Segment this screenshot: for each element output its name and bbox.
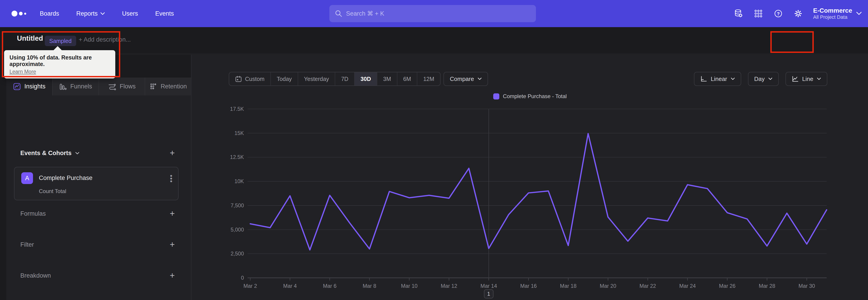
settings-gear-icon[interactable] xyxy=(788,0,808,27)
data-management-icon[interactable] xyxy=(728,0,748,27)
svg-text:0: 0 xyxy=(241,275,244,281)
svg-text:12.5K: 12.5K xyxy=(230,154,244,160)
svg-text:Mar 26: Mar 26 xyxy=(719,283,736,289)
filter-section-label: Filter xyxy=(20,241,34,248)
svg-text:Mar 18: Mar 18 xyxy=(560,283,577,289)
add-formula-button[interactable]: + xyxy=(167,208,177,218)
svg-text:?: ? xyxy=(777,11,780,16)
svg-text:Mar 8: Mar 8 xyxy=(363,283,376,289)
tab-flows[interactable]: Flows xyxy=(99,78,145,95)
event-letter-chip: A xyxy=(21,172,33,184)
chevron-down-icon xyxy=(856,12,862,15)
search-input[interactable]: Search ⌘ + K xyxy=(329,5,536,22)
formulas-section-label: Formulas xyxy=(20,210,46,217)
event-title: Complete Purchase xyxy=(39,175,92,182)
sampled-badge[interactable]: Sampled xyxy=(45,36,76,46)
pagination-page-button[interactable]: 1 xyxy=(484,289,493,298)
nav-item-label: Reports xyxy=(76,10,98,17)
svg-text:Mar 30: Mar 30 xyxy=(798,283,815,289)
tab-funnels[interactable]: Funnels xyxy=(53,78,99,95)
nav-item-users[interactable]: Users xyxy=(114,10,147,17)
svg-text:Mar 28: Mar 28 xyxy=(759,283,775,289)
flows-icon xyxy=(108,83,116,90)
insights-icon xyxy=(13,83,21,90)
sampling-tooltip: Using 10% of data. Results are approxima… xyxy=(4,50,115,79)
search-placeholder: Search ⌘ + K xyxy=(346,10,384,17)
add-description-placeholder[interactable]: + Add description... xyxy=(79,36,131,43)
svg-text:Mar 14: Mar 14 xyxy=(480,283,497,289)
nav-item-reports[interactable]: Reports xyxy=(68,10,114,17)
add-breakdown-button[interactable]: + xyxy=(167,270,177,280)
tab-label: Insights xyxy=(24,83,45,90)
chevron-down-icon xyxy=(75,152,79,155)
svg-text:10K: 10K xyxy=(235,178,244,184)
section-title: Events & Cohorts xyxy=(20,150,72,157)
nav-item-label: Events xyxy=(155,10,174,17)
svg-text:Mar 12: Mar 12 xyxy=(441,283,457,289)
svg-text:Mar 4: Mar 4 xyxy=(283,283,297,289)
chevron-down-icon xyxy=(100,12,105,15)
report-type-tabs: Insights Funnels Flows Retention xyxy=(6,78,191,95)
project-selector[interactable]: E-Commerce All Project Data xyxy=(813,7,862,20)
apps-grid-icon[interactable] xyxy=(748,0,768,27)
nav-item-label: Boards xyxy=(40,10,59,17)
line-chart-plot[interactable]: 02,5005,0007,50010K12.5K15K17.5KMar 2Mar… xyxy=(191,55,868,300)
top-nav-bar: Boards Reports Users Events Search ⌘ + K xyxy=(0,0,868,27)
tab-insights[interactable]: Insights xyxy=(6,78,53,95)
tab-retention[interactable]: Retention xyxy=(145,78,191,95)
mixpanel-logo-icon[interactable] xyxy=(6,11,31,17)
help-icon[interactable]: ? xyxy=(768,0,788,27)
svg-text:2,500: 2,500 xyxy=(230,251,244,257)
nav-item-events[interactable]: Events xyxy=(147,10,183,17)
query-builder-body: Events & Cohorts + A Complete Purchase C… xyxy=(6,95,191,300)
query-builder-panel: Insights Funnels Flows Retention xyxy=(0,55,191,300)
add-event-button[interactable]: + xyxy=(167,148,177,158)
project-name: E-Commerce xyxy=(813,7,852,14)
tooltip-text: Using 10% of data. Results are approxima… xyxy=(9,54,110,67)
search-icon xyxy=(335,10,342,18)
tab-label: Funnels xyxy=(70,83,92,90)
svg-text:5,000: 5,000 xyxy=(230,227,244,233)
event-metric[interactable]: Count Total xyxy=(39,188,66,194)
svg-text:Mar 24: Mar 24 xyxy=(679,283,696,289)
events-cohorts-header[interactable]: Events & Cohorts xyxy=(20,150,79,157)
svg-text:Mar 2: Mar 2 xyxy=(243,283,257,289)
chart-area: Custom Today Yesterday 7D 30D 3M 6M 12M … xyxy=(191,55,868,300)
nav-item-boards[interactable]: Boards xyxy=(31,10,68,17)
nav-item-label: Users xyxy=(122,10,138,17)
svg-text:17.5K: 17.5K xyxy=(230,106,244,112)
project-scope: All Project Data xyxy=(813,14,847,20)
tab-label: Retention xyxy=(161,83,187,90)
svg-text:Mar 22: Mar 22 xyxy=(640,283,656,289)
report-header: Untitled Sampled + Add description... ••… xyxy=(0,27,868,54)
svg-text:Mar 10: Mar 10 xyxy=(401,283,417,289)
svg-text:15K: 15K xyxy=(235,130,244,136)
report-title[interactable]: Untitled xyxy=(17,34,43,42)
tab-label: Flows xyxy=(120,83,136,90)
funnels-icon xyxy=(59,83,67,90)
add-filter-button[interactable]: + xyxy=(167,239,177,249)
event-card-complete-purchase[interactable]: A Complete Purchase Count Total ••• xyxy=(14,167,179,200)
svg-text:Mar 20: Mar 20 xyxy=(600,283,616,289)
svg-text:Mar 16: Mar 16 xyxy=(520,283,537,289)
svg-text:Mar 6: Mar 6 xyxy=(323,283,337,289)
retention-icon xyxy=(149,83,157,90)
event-options-kebab-icon[interactable]: ••• xyxy=(170,174,173,182)
breakdown-section-label: Breakdown xyxy=(20,272,51,279)
tooltip-learn-more-link[interactable]: Learn More xyxy=(9,69,36,75)
svg-text:7,500: 7,500 xyxy=(230,203,244,208)
